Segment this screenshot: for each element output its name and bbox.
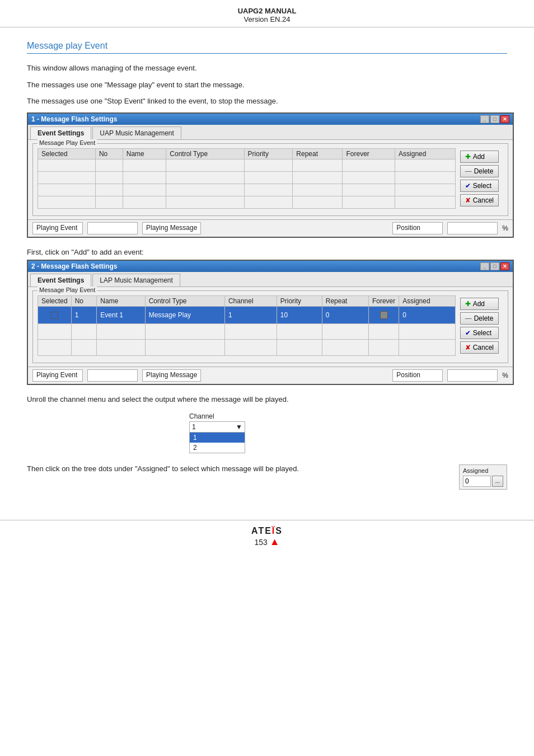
win2-col-selected: Selected [38,295,72,306]
channel-option-2[interactable]: 2 [190,443,245,453]
win1-table-area: Selected No Name Control Type Priority R… [38,146,503,211]
doc-title: UAPG2 MANUAL [0,7,534,15]
win1-minimize-button[interactable]: _ [480,115,489,123]
delete-icon: — [465,167,472,175]
cancel-icon-2: ✘ [465,344,471,351]
win2-btn-panel: ✚ Add — Delete ✔ Select ✘ Cancel [456,295,503,356]
win2-table-area: Selected No Name Control Type Channel Pr… [38,293,503,358]
win2-col-repeat: Repeat [322,295,368,306]
channel-dropdown[interactable]: 1 ▼ 1 2 [189,421,245,453]
win2-col-no: No [71,295,97,306]
table-row[interactable]: 1 Event 1 Message Play 1 10 0 0 [38,306,456,323]
win1-position-label: Position [392,222,443,234]
win2-select-button[interactable]: ✔ Select [460,327,499,339]
win1-col-no: No [95,148,123,159]
win1-col-forever: Forever [343,148,395,159]
select-icon: ✔ [465,182,471,190]
win1-tab-uap-music[interactable]: UAP Music Management [92,126,181,139]
win1-col-selected: Selected [38,148,96,159]
win2-cancel-button[interactable]: ✘ Cancel [460,341,499,354]
win1-col-controltype: Control Type [166,148,244,159]
win2-bottom-bar: Playing Event Playing Message Position % [28,367,513,384]
win2-minimize-button[interactable]: _ [480,262,489,270]
win2-col-priority: Priority [277,295,322,306]
win1-add-button[interactable]: ✚ Add [460,151,499,163]
win2-group-label: Message Play Event [38,287,97,293]
win1-restore-button[interactable]: □ [490,115,499,123]
row-repeat: 0 [322,306,368,323]
window-2-title-buttons: _ □ ✕ [480,262,509,270]
win1-table: Selected No Name Control Type Priority R… [38,148,456,209]
win2-col-assigned: Assigned [399,295,455,306]
win2-playing-event: Playing Event [32,369,83,382]
row-no: 1 [71,306,97,323]
select-icon-2: ✔ [465,329,471,337]
win2-group-box: Message Play Event Selected No Name Cont… [32,290,508,363]
body-para2b: The messages use one "Stop Event" linked… [27,96,507,107]
win2-pct: % [502,372,508,379]
row-assigned: 0 [399,306,455,323]
win2-tab-lap-music[interactable]: LAP Music Management [92,274,180,287]
win1-col-assigned: Assigned [395,148,456,159]
window-2-title: 2 - Message Flash Settings [31,262,117,270]
window-2-titlebar: 2 - Message Flash Settings _ □ ✕ [28,261,513,272]
win2-add-button[interactable]: ✚ Add [460,298,499,310]
win1-pct: % [502,224,508,232]
doc-version: Version EN.24 [0,15,534,24]
window-1-title-buttons: _ □ ✕ [480,115,509,123]
add-icon: ✚ [465,153,471,161]
win2-playing-message: Playing Message [142,369,201,382]
win2-table: Selected No Name Control Type Channel Pr… [38,295,456,356]
win1-select-button[interactable]: ✔ Select [460,180,499,192]
win1-close-button[interactable]: ✕ [500,115,509,123]
row-controltype: Message Play [145,306,224,323]
win2-close-button[interactable]: ✕ [500,262,509,270]
win1-playing-event-val [87,222,138,234]
window-1-title: 1 - Message Flash Settings [31,115,117,123]
win1-col-name: Name [123,148,166,159]
step2-text: Unroll the channel menu and select the o… [27,395,507,403]
row-forever [368,306,399,323]
body-para2a: The messages use one "Message play" even… [27,79,507,91]
window-1-tabs: Event Settings UAP Music Management [28,125,513,140]
row-name: Event 1 [97,306,145,323]
step3-text: Then click on the tree dots under "Assig… [27,464,448,473]
win1-cancel-button[interactable]: ✘ Cancel [460,194,499,206]
assigned-widget: Assigned ... [459,464,507,490]
footer-logo-triangle: ▲ [270,536,280,547]
win2-restore-button[interactable]: □ [490,262,499,270]
row-checkbox[interactable] [38,306,72,323]
assigned-dots-button[interactable]: ... [492,476,503,487]
step1-text: First, click on "Add" to add an event: [27,248,507,256]
channel-dropdown-arrow: ▼ [236,423,242,431]
channel-option-1[interactable]: 1 [190,433,245,443]
channel-dropdown-header[interactable]: 1 ▼ [190,422,245,433]
assigned-widget-label: Assigned [463,467,503,474]
win2-col-channel: Channel [224,295,277,306]
win2-col-name: Name [97,295,145,306]
assigned-section: Then click on the tree dots under "Assig… [27,464,507,490]
win1-delete-button[interactable]: — Delete [460,165,499,177]
assigned-input[interactable] [463,476,491,487]
win1-col-priority: Priority [244,148,293,159]
win1-col-repeat: Repeat [293,148,343,159]
win1-playing-event: Playing Event [32,222,83,234]
section-heading: Message play Event [27,41,507,54]
win2-delete-button[interactable]: — Delete [460,312,499,325]
footer-page-num: 153 ▲ [0,536,534,548]
assigned-row: ... [463,476,503,487]
win2-col-forever: Forever [368,295,399,306]
cancel-icon: ✘ [465,196,471,204]
win1-group-label: Message Play Event [38,139,97,146]
window-1: 1 - Message Flash Settings _ □ ✕ Event S… [27,112,514,238]
win2-tab-event-settings[interactable]: Event Settings [30,274,91,287]
win1-playing-message: Playing Message [142,222,201,234]
win2-position-val [447,369,498,382]
win1-tab-event-settings[interactable]: Event Settings [30,126,91,139]
window-1-titlebar: 1 - Message Flash Settings _ □ ✕ [28,114,513,125]
channel-label: Channel [189,412,245,420]
win1-btn-panel: ✚ Add — Delete ✔ Select ✘ Cancel [456,148,503,209]
win1-bottom-bar: Playing Event Playing Message Position % [28,219,513,237]
page-footer: ATEÏS 153 ▲ [0,520,534,548]
body-para1: This window allows managing of the messa… [27,63,507,74]
